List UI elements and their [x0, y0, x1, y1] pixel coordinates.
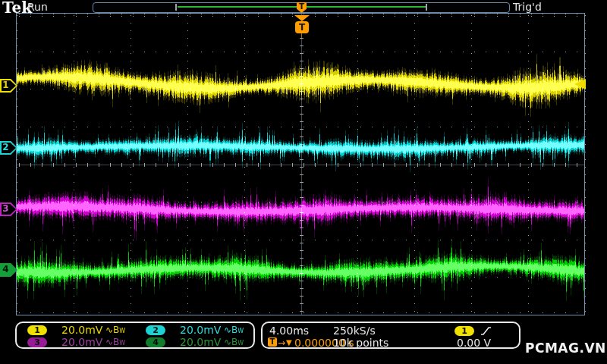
- trigger-level-readout: 0.00 V: [457, 337, 491, 349]
- channel3-scale: 20.0mV: [61, 336, 104, 348]
- oscilloscope-screen: Tek Run Trig'd T T 1 2 3 4 1 20.: [0, 0, 607, 364]
- record-view-bar: T: [93, 2, 510, 13]
- channel1-scale: 20.0mV: [61, 324, 104, 336]
- rising-edge-icon: [480, 325, 492, 337]
- horizontal-scale: 4.00ms: [269, 325, 309, 337]
- horizontal-trigger-readout-box: 4.00ms 250kS/s 1 T → ▼ 0.000000 s 10k po…: [261, 322, 521, 349]
- trigger-position-flag: T: [295, 21, 309, 33]
- channel2-scale: 20.0mV: [180, 324, 222, 336]
- trigger-position-bar-icon: T: [297, 2, 307, 13]
- coupling-icon: ∿: [224, 325, 231, 335]
- record-view-right-bracket: [426, 4, 427, 11]
- sample-rate: 250kS/s: [333, 325, 376, 337]
- bandwidth-icon: BW: [231, 325, 244, 335]
- channel3-readout: 3 20.0mV ∿BW: [17, 336, 135, 348]
- channel4-scale: 20.0mV: [180, 336, 222, 348]
- channel-readout-box: 1 20.0mV ∿BW 2 20.0mV ∿BW 3 20.0mV ∿BW 4…: [15, 322, 255, 349]
- channel2-badge: 2: [146, 325, 165, 335]
- channel3-position-marker: 3: [0, 202, 17, 216]
- channel2-position-marker: 2: [0, 141, 17, 155]
- channel2-readout: 2 20.0mV ∿BW: [135, 324, 253, 336]
- coupling-icon: ∿: [105, 337, 113, 347]
- arrow-right-icon: →: [278, 337, 285, 348]
- record-view-left-bracket: [175, 4, 177, 11]
- acquisition-status: Run: [27, 1, 48, 13]
- bandwidth-icon: BW: [113, 325, 125, 335]
- record-length: 10k points: [333, 337, 388, 349]
- trigger-type-icon: T: [268, 337, 277, 347]
- watermark: PCMAG.VN: [525, 340, 606, 356]
- trigger-marker-down-icon: ▼: [286, 338, 292, 347]
- channel4-readout: 4 20.0mV ∿BW: [135, 336, 253, 348]
- trigger-status: Trig'd: [513, 1, 542, 13]
- channel1-position-marker: 1: [0, 79, 17, 93]
- coupling-icon: ∿: [224, 337, 231, 347]
- bandwidth-icon: BW: [113, 337, 125, 347]
- trigger-position-stem: [301, 33, 302, 38]
- trigger-source-badge: 1: [454, 326, 474, 336]
- channel1-readout: 1 20.0mV ∿BW: [17, 324, 135, 336]
- bandwidth-icon: BW: [231, 337, 244, 347]
- graticule-frame: [16, 13, 585, 315]
- channel4-badge: 4: [146, 337, 165, 347]
- channel3-badge: 3: [27, 337, 47, 347]
- channel4-position-marker: 4: [0, 263, 17, 277]
- channel1-badge: 1: [27, 325, 47, 335]
- coupling-icon: ∿: [105, 325, 113, 335]
